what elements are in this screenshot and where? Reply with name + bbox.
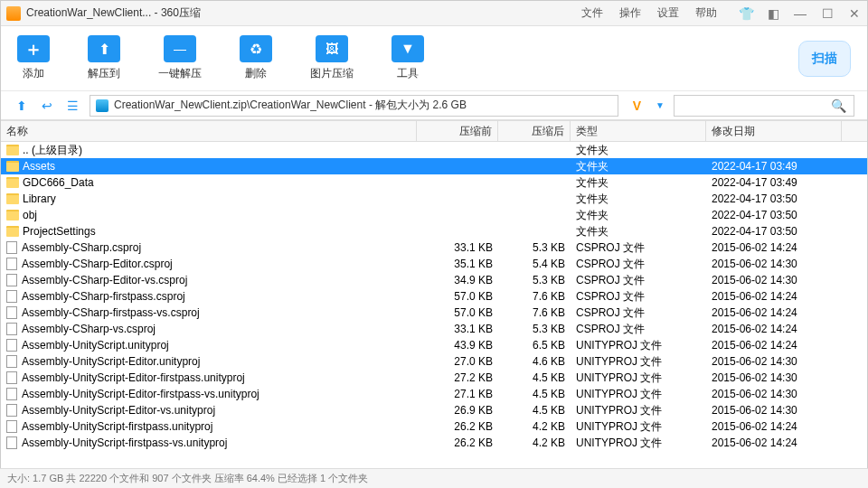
file-name-text: Library <box>23 192 56 205</box>
cell-type: UNITYPROJ 文件 <box>571 403 706 418</box>
table-row[interactable]: Assembly-CSharp-Editor-vs.csproj34.9 KB5… <box>1 272 867 288</box>
one-click-extract-button[interactable]: — 一键解压 <box>158 35 202 81</box>
table-row[interactable]: .. (上级目录)文件夹 <box>1 142 867 158</box>
cell-before: 57.0 KB <box>417 290 498 303</box>
cell-name: Library <box>1 192 417 205</box>
table-row[interactable]: obj文件夹2022-04-17 03:50 <box>1 207 867 223</box>
cell-before: 33.1 KB <box>417 241 498 254</box>
table-row[interactable]: Assembly-UnityScript-firstpass-vs.unityp… <box>1 435 867 451</box>
file-icon <box>6 355 17 368</box>
cell-after: 4.2 KB <box>498 436 571 449</box>
table-row[interactable]: Assembly-UnityScript-Editor-firstpass.un… <box>1 370 867 386</box>
back-icon[interactable]: ↩ <box>39 99 55 113</box>
file-name-text: Assembly-CSharp-firstpass.csproj <box>22 290 185 303</box>
cell-before: 35.1 KB <box>417 258 498 270</box>
header-name[interactable]: 名称 <box>1 121 417 141</box>
app-icon <box>6 6 21 21</box>
titlebar: CreationWar_NewClient... - 360压缩 文件 操作 设… <box>1 1 867 26</box>
cell-name: Assets <box>1 160 417 173</box>
toolbar: ＋ 添加 ⬆ 解压到 — 一键解压 ♻ 删除 🖼 图片压缩 ▼ 工具 扫描 <box>1 26 867 91</box>
search-input[interactable]: 🔍 <box>674 95 854 117</box>
cell-date: 2022-04-17 03:50 <box>706 209 842 221</box>
cell-after: 4.6 KB <box>498 355 571 368</box>
table-row[interactable]: Assembly-CSharp-firstpass.csproj57.0 KB7… <box>1 288 867 305</box>
minimize-icon[interactable]: — <box>793 6 807 21</box>
cell-date: 2015-06-02 14:30 <box>706 274 842 286</box>
cell-name: ProjectSettings <box>1 225 417 238</box>
table-row[interactable]: Assembly-UnityScript.unityproj43.9 KB6.5… <box>1 337 867 353</box>
cell-name: Assembly-CSharp-Editor.csproj <box>1 258 417 270</box>
table-row[interactable]: Assembly-CSharp-vs.csproj33.1 KB5.3 KBCS… <box>1 321 867 337</box>
menu-operate[interactable]: 操作 <box>619 5 641 21</box>
table-row[interactable]: Assembly-UnityScript-Editor.unityproj27.… <box>1 353 867 370</box>
menu-settings[interactable]: 设置 <box>657 5 679 21</box>
feedback-icon[interactable]: ◧ <box>766 6 780 21</box>
cell-before: 26.2 KB <box>417 436 498 449</box>
tools-icon: ▼ <box>392 35 424 62</box>
file-name-text: Assembly-CSharp.csproj <box>22 241 141 254</box>
close-icon[interactable]: ✕ <box>847 6 862 21</box>
cell-date: 2015-06-02 14:24 <box>706 241 842 254</box>
cell-name: Assembly-CSharp-Editor-vs.csproj <box>1 274 417 286</box>
header-date[interactable]: 修改日期 <box>706 121 842 141</box>
table-row[interactable]: ProjectSettings文件夹2022-04-17 03:50 <box>1 223 867 239</box>
delete-button[interactable]: ♻ 删除 <box>240 35 272 81</box>
cell-type: 文件夹 <box>571 143 706 158</box>
table-row[interactable]: Assembly-CSharp-Editor.csproj35.1 KB5.4 … <box>1 256 867 272</box>
maximize-icon[interactable]: ☐ <box>820 6 835 21</box>
cell-before: 34.9 KB <box>417 274 498 286</box>
cell-type: 文件夹 <box>571 159 706 174</box>
cell-type: 文件夹 <box>571 192 706 207</box>
table-row[interactable]: Library文件夹2022-04-17 03:50 <box>1 191 867 207</box>
dropdown-icon[interactable]: ▼ <box>656 100 665 110</box>
file-name-text: Assembly-CSharp-Editor-vs.csproj <box>22 274 187 286</box>
cell-after: 5.3 KB <box>498 274 571 286</box>
header-after[interactable]: 压缩后 <box>498 121 571 141</box>
folder-icon <box>6 177 19 188</box>
delete-label: 删除 <box>245 66 267 81</box>
table-row[interactable]: Assembly-UnityScript-Editor-vs.unityproj… <box>1 402 867 418</box>
list-view-icon[interactable]: ☰ <box>64 99 80 113</box>
cell-date: 2015-06-02 14:24 <box>706 323 842 335</box>
cell-after: 7.6 KB <box>498 306 571 319</box>
tools-button[interactable]: ▼ 工具 <box>392 35 424 81</box>
scan-button[interactable]: 扫描 <box>798 41 851 77</box>
cell-name: Assembly-UnityScript-firstpass-vs.unityp… <box>1 436 417 449</box>
folder-icon <box>6 226 19 237</box>
cell-after: 4.2 KB <box>498 420 571 433</box>
table-row[interactable]: Assets文件夹2022-04-17 03:49 <box>1 158 867 174</box>
cell-name: Assembly-CSharp.csproj <box>1 241 417 254</box>
cell-type: CSPROJ 文件 <box>571 273 706 288</box>
cell-date: 2022-04-17 03:49 <box>706 176 842 189</box>
table-row[interactable]: Assembly-CSharp.csproj33.1 KB5.3 KBCSPRO… <box>1 239 867 256</box>
menu-help[interactable]: 帮助 <box>695 5 717 21</box>
table-row[interactable]: Assembly-UnityScript-firstpass.unityproj… <box>1 418 867 435</box>
file-list[interactable]: .. (上级目录)文件夹Assets文件夹2022-04-17 03:49GDC… <box>1 142 867 458</box>
cell-name: Assembly-CSharp-firstpass-vs.csproj <box>1 306 417 319</box>
header-type[interactable]: 类型 <box>571 121 706 141</box>
add-label: 添加 <box>23 66 44 81</box>
up-icon[interactable]: ⬆ <box>14 99 30 113</box>
v-button[interactable]: V <box>627 99 646 113</box>
image-compress-button[interactable]: 🖼 图片压缩 <box>310 35 354 81</box>
extract-icon: ⬆ <box>88 35 120 62</box>
cell-type: UNITYPROJ 文件 <box>571 338 706 353</box>
one-click-icon: — <box>164 35 196 62</box>
table-row[interactable]: Assembly-CSharp-firstpass-vs.csproj57.0 … <box>1 305 867 321</box>
cell-before: 26.2 KB <box>417 420 498 433</box>
path-input[interactable]: CreationWar_NewClient.zip\CreationWar_Ne… <box>90 95 618 117</box>
cell-name: obj <box>1 209 417 221</box>
menu-bar: 文件 操作 设置 帮助 <box>581 5 717 21</box>
cell-date: 2015-06-02 14:30 <box>706 258 842 270</box>
cell-name: Assembly-CSharp-firstpass.csproj <box>1 290 417 303</box>
menu-file[interactable]: 文件 <box>581 5 603 21</box>
table-row[interactable]: GDC666_Data文件夹2022-04-17 03:49 <box>1 174 867 191</box>
header-before[interactable]: 压缩前 <box>417 121 498 141</box>
image-compress-label: 图片压缩 <box>310 66 354 81</box>
skin-icon[interactable]: 👕 <box>739 6 753 21</box>
cell-type: UNITYPROJ 文件 <box>571 387 706 402</box>
table-row[interactable]: Assembly-UnityScript-Editor-firstpass-vs… <box>1 386 867 402</box>
cell-after: 4.5 KB <box>498 371 571 384</box>
add-button[interactable]: ＋ 添加 <box>17 35 50 81</box>
extract-to-button[interactable]: ⬆ 解压到 <box>88 35 120 81</box>
